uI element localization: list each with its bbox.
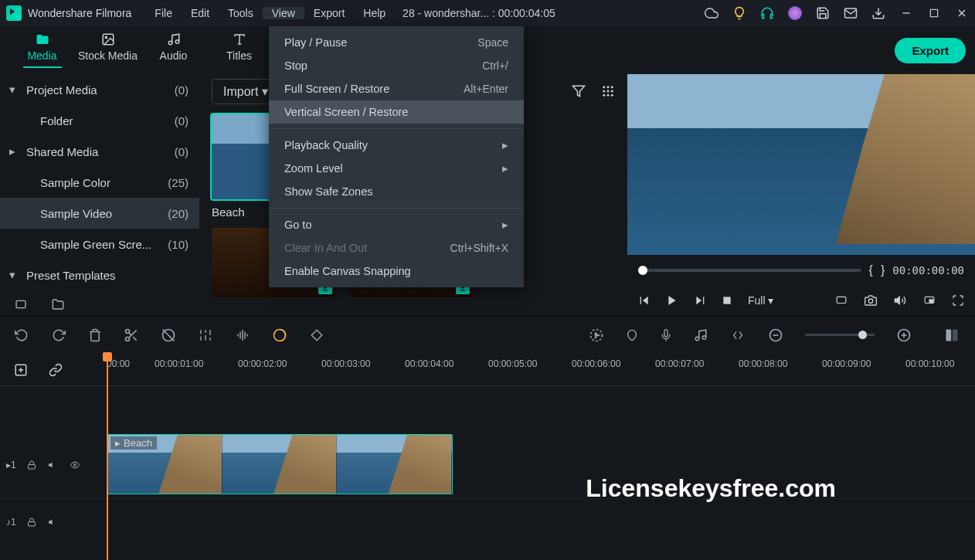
dd-play-pause[interactable]: Play / PauseSpace <box>269 31 524 54</box>
audio-wave-icon[interactable] <box>235 328 250 342</box>
render-icon[interactable] <box>589 328 604 343</box>
menu-view[interactable]: View <box>263 7 304 19</box>
lightbulb-icon[interactable] <box>732 6 746 20</box>
menu-file[interactable]: File <box>145 7 182 19</box>
marker-icon[interactable] <box>626 328 638 343</box>
svg-rect-11 <box>16 300 25 307</box>
dd-canvas-snapping[interactable]: Enable Canvas Snapping <box>269 260 524 283</box>
mail-icon[interactable] <box>844 6 858 20</box>
mark-in-icon[interactable]: { <box>869 263 873 277</box>
svg-point-7 <box>168 41 172 45</box>
save-icon[interactable] <box>816 6 830 20</box>
zoom-select[interactable]: Full ▾ <box>748 294 773 307</box>
crop-icon[interactable] <box>161 328 176 343</box>
panel-toggle-icon[interactable] <box>943 328 961 343</box>
volume-icon[interactable] <box>893 294 907 307</box>
delete-icon[interactable] <box>88 328 102 343</box>
zoom-in-icon[interactable] <box>896 328 912 343</box>
cloud-icon[interactable] <box>705 6 719 20</box>
play-icon[interactable] <box>666 294 678 307</box>
fit-icon[interactable] <box>729 329 746 341</box>
new-bin-icon[interactable] <box>14 298 28 311</box>
svg-point-21 <box>611 94 613 97</box>
ruler-tick: 00:00:01:00 <box>155 358 203 369</box>
color-icon[interactable] <box>272 328 287 343</box>
sidebar-folder[interactable]: Folder(0) <box>0 105 199 136</box>
profile-icon[interactable] <box>788 6 802 20</box>
sidebar-sample-color[interactable]: Sample Color(25) <box>0 167 199 198</box>
export-button[interactable]: Export <box>895 38 966 63</box>
minimize-icon[interactable] <box>899 6 913 20</box>
track-visibility-icon[interactable] <box>69 460 81 470</box>
sidebar-sample-green[interactable]: Sample Green Scre...(10) <box>0 229 199 260</box>
audio-mixer-icon[interactable] <box>694 328 708 342</box>
mark-out-icon[interactable]: } <box>881 263 885 277</box>
timeline: 00:00 00:00:01:00 00:00:02:00 00:00:03:0… <box>0 354 975 560</box>
snapshot-icon[interactable] <box>864 294 878 307</box>
voiceover-icon[interactable] <box>660 328 672 343</box>
menu-tools[interactable]: Tools <box>219 7 263 19</box>
stop-icon[interactable] <box>722 295 732 306</box>
sidebar-shared-media[interactable]: ▸Shared Media(0) <box>0 136 199 167</box>
svg-rect-2 <box>930 9 937 16</box>
ruler-tick: 00:00:09:00 <box>822 358 871 369</box>
menu-export[interactable]: Export <box>304 7 354 19</box>
track-mute-icon[interactable] <box>47 460 58 470</box>
grid-icon[interactable] <box>601 84 615 98</box>
dd-fullscreen[interactable]: Full Screen / RestoreAlt+Enter <box>269 77 524 100</box>
fullscreen-icon[interactable] <box>952 294 964 307</box>
dd-separator <box>269 128 524 129</box>
aspect-icon[interactable] <box>834 295 848 306</box>
maximize-icon[interactable] <box>927 6 941 20</box>
dd-zoom-level[interactable]: Zoom Level▸ <box>269 157 524 180</box>
step-forward-icon[interactable] <box>694 294 706 307</box>
link-icon[interactable] <box>48 363 63 377</box>
track-mute-icon[interactable] <box>47 518 58 527</box>
speed-icon[interactable] <box>198 328 213 342</box>
timeline-clip-beach[interactable]: ▸Beach <box>107 434 453 494</box>
track-lock-icon[interactable] <box>27 517 36 528</box>
menu-edit[interactable]: Edit <box>182 7 219 19</box>
track-type-video-icon: ▸1 <box>6 460 16 470</box>
playhead[interactable] <box>107 354 108 560</box>
close-icon[interactable] <box>955 6 969 20</box>
svg-point-17 <box>607 90 610 93</box>
dd-goto[interactable]: Go to▸ <box>269 213 524 236</box>
new-folder-icon[interactable] <box>51 298 65 311</box>
time-ruler[interactable]: 00:00 00:00:01:00 00:00:02:00 00:00:03:0… <box>100 354 975 385</box>
menu-help[interactable]: Help <box>354 7 395 19</box>
sidebar-sample-video[interactable]: Sample Video(20) <box>0 198 199 229</box>
sidebar-project-media[interactable]: ▾Project Media(0) <box>0 74 199 105</box>
zoom-out-icon[interactable] <box>768 328 783 343</box>
filter-icon[interactable] <box>572 84 586 98</box>
tab-audio[interactable]: Audio <box>141 28 206 73</box>
track-type-audio-icon: ♪1 <box>6 517 16 528</box>
redo-icon[interactable] <box>51 328 66 342</box>
track-options-icon[interactable] <box>14 363 28 377</box>
svg-point-55 <box>702 335 706 339</box>
tab-stock-media[interactable]: Stock Media <box>75 28 141 73</box>
undo-icon[interactable] <box>14 328 29 342</box>
download-icon[interactable] <box>871 6 885 20</box>
track-lock-icon[interactable] <box>27 460 36 470</box>
dd-safe-zones[interactable]: Show Safe Zones <box>269 180 524 203</box>
svg-marker-53 <box>595 332 599 338</box>
pip-icon[interactable] <box>922 295 936 306</box>
dd-vertical-screen[interactable]: Vertical Screen / Restore <box>269 100 524 124</box>
tab-media[interactable]: Media <box>9 28 75 73</box>
cut-icon[interactable] <box>124 328 139 343</box>
preview-viewport[interactable] <box>627 74 975 255</box>
preview-scrubber[interactable] <box>638 269 861 272</box>
sidebar-preset-templates[interactable]: ▾Preset Templates <box>0 260 199 290</box>
dd-stop[interactable]: StopCtrl+/ <box>269 54 524 77</box>
headset-icon[interactable] <box>760 6 774 20</box>
tab-titles[interactable]: Titles <box>206 28 272 73</box>
zoom-slider[interactable] <box>805 334 875 336</box>
step-back-icon[interactable] <box>638 294 651 307</box>
svg-rect-32 <box>929 300 933 303</box>
svg-marker-24 <box>668 296 675 305</box>
svg-point-33 <box>126 329 130 333</box>
keyframe-icon[interactable] <box>309 328 324 342</box>
dd-separator <box>269 208 524 209</box>
dd-playback-quality[interactable]: Playback Quality▸ <box>269 134 524 157</box>
